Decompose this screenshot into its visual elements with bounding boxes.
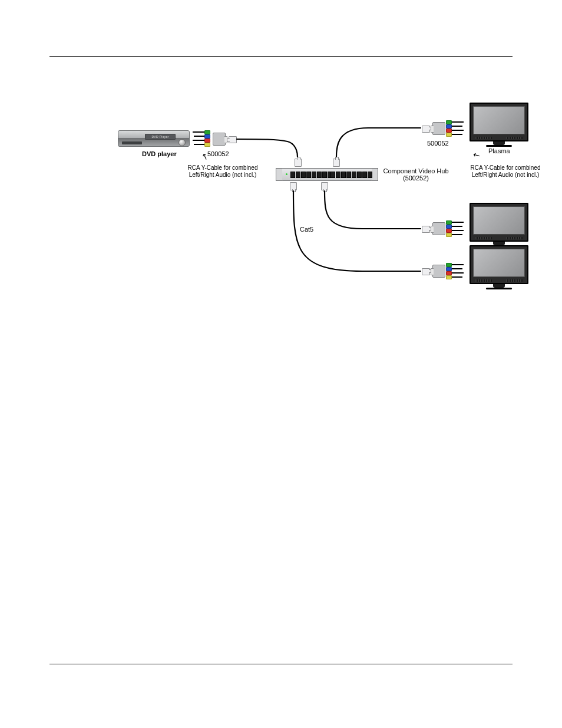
rj45-hub-out2	[321, 182, 328, 190]
hub-model: (500252)	[403, 174, 429, 182]
rj45-source	[229, 136, 237, 143]
dvd-knob-icon	[178, 139, 186, 146]
plasma-tv-2	[470, 203, 528, 242]
balun-dst2	[432, 222, 445, 235]
plasma-tv-1	[470, 103, 528, 141]
rca-connector-dst1	[446, 120, 466, 137]
dvd-player-label: DVD player	[142, 150, 177, 157]
top-divider	[49, 56, 513, 57]
hub-ear-left	[276, 168, 282, 181]
rca-connector-source	[190, 130, 210, 147]
rj45-hub-out1	[333, 159, 340, 167]
ycable-arrow-dst: ↖	[471, 150, 481, 160]
page: DVD Player DVD player 500052 ↖ RCA Y-Cab…	[0, 0, 562, 728]
hub-label: Component Video Hub (500252)	[375, 167, 457, 182]
hub-port-group-1	[290, 172, 332, 177]
rj45-dst3	[422, 268, 430, 275]
bottom-divider	[49, 664, 513, 664]
dvd-slot-text: DVD Player	[151, 135, 168, 139]
ycable-note-source: RCA Y-Cable for combined Left/Right Audi…	[181, 164, 264, 179]
hub-name: Component Video Hub	[383, 167, 448, 174]
balun-source-model: 500052	[207, 150, 229, 157]
rj45-hub-in	[295, 159, 302, 167]
ycable-arrow-source: ↖	[200, 151, 210, 161]
cat5-label: Cat5	[300, 226, 313, 233]
rj45-hub-out3	[290, 182, 297, 190]
rj45-dst1	[422, 126, 430, 133]
hub-port-group-2	[330, 172, 372, 177]
dvd-drawer-icon	[122, 141, 142, 144]
rca-connector-dst3	[446, 263, 466, 279]
balun-dst3	[432, 265, 445, 278]
component-video-hub	[282, 168, 372, 181]
dvd-slot-label: DVD Player	[145, 134, 176, 140]
plasma-label: Plasma	[488, 147, 510, 154]
balun-dst1-model: 500052	[427, 140, 449, 147]
balun-source	[213, 133, 226, 146]
rca-connector-dst2	[446, 220, 466, 237]
plasma-tv-3	[470, 245, 528, 284]
dvd-player: DVD Player	[118, 130, 190, 147]
ycable-note-dst: RCA Y-Cable for combined Left/Right Audi…	[464, 164, 547, 179]
balun-dst1	[432, 122, 445, 135]
hub-led-icon	[286, 173, 287, 175]
rj45-dst2	[422, 226, 430, 233]
